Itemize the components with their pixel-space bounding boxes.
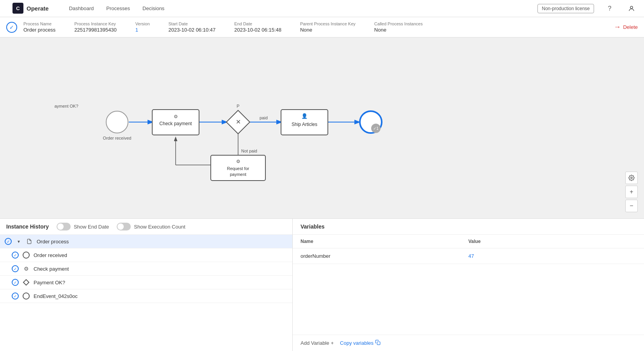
- copy-variables-button[interactable]: Copy variables: [340, 340, 381, 346]
- history-header: Instance History Show End Date Show Exec…: [0, 219, 292, 235]
- status-icon-check-payment: ✓: [12, 265, 19, 272]
- history-item-name-root: Order process: [37, 239, 69, 245]
- delete-arrow-icon: →: [614, 23, 621, 31]
- svg-text:paid: paid: [260, 115, 268, 120]
- svg-point-0: [630, 6, 633, 9]
- show-execution-count-toggle[interactable]: [117, 223, 131, 230]
- svg-text:Order received: Order received: [103, 136, 132, 140]
- variable-name-0: orderNumber: [301, 253, 468, 259]
- show-execution-count-label: Show Execution Count: [134, 224, 185, 230]
- svg-point-11: [106, 111, 128, 133]
- info-label-process-name: Process Name: [23, 21, 55, 26]
- zoom-controls: + −: [625, 172, 638, 212]
- history-item-order-received[interactable]: ✓ Order received: [0, 248, 292, 262]
- info-label-start-date: Start Date: [169, 21, 216, 26]
- svg-rect-30: [377, 342, 380, 345]
- history-list: ✓ ▼ Order process ✓ Order received: [0, 235, 292, 351]
- svg-text:👤: 👤: [301, 113, 308, 119]
- info-label-version: Version: [135, 21, 150, 26]
- info-process-name: Process Name Order process: [23, 21, 55, 33]
- process-info-bar: ✓ Process Name Order process Process Ins…: [0, 17, 644, 37]
- history-item-root[interactable]: ✓ ▼ Order process: [0, 235, 292, 248]
- info-value-called-instances: None: [374, 27, 423, 33]
- chevron-icon[interactable]: ▼: [16, 238, 22, 245]
- copy-variables-label: Copy variables: [340, 340, 374, 346]
- info-called-instances: Called Process Instances None: [374, 21, 423, 33]
- delete-label: Delete: [623, 24, 638, 30]
- circle-icon-order-received: [23, 252, 30, 259]
- info-end-date: End Date 2023-10-02 06:15:48: [234, 21, 281, 33]
- history-item-end-event[interactable]: ✓ EndEvent_042s0oc: [0, 289, 292, 303]
- add-icon: +: [331, 340, 334, 346]
- variable-row-0: orderNumber 47: [293, 248, 644, 264]
- variables-title: Variables: [301, 223, 325, 230]
- diamond-icon-payment-ok: [23, 279, 30, 286]
- history-panel: Instance History Show End Date Show Exec…: [0, 219, 293, 351]
- bottom-panel: Instance History Show End Date Show Exec…: [0, 218, 644, 351]
- zoom-in-button[interactable]: +: [625, 186, 638, 198]
- help-icon[interactable]: ?: [603, 2, 616, 15]
- history-item-name-payment-ok: Payment OK?: [34, 280, 65, 285]
- info-start-date: Start Date 2023-10-02 06:10:47: [169, 21, 216, 33]
- history-item-name-order-received: Order received: [34, 252, 67, 258]
- gear-icon-check-payment: ⚙: [23, 265, 30, 272]
- app-logo: C Operate: [6, 0, 55, 17]
- svg-text:Check payment: Check payment: [159, 121, 192, 126]
- status-icon-root: ✓: [5, 238, 12, 245]
- variable-value-0: 47: [468, 253, 636, 259]
- info-instance-key: Process Instance Key 225179981395430: [74, 21, 116, 33]
- logo-icon: C: [12, 3, 23, 14]
- user-icon[interactable]: [625, 2, 638, 15]
- delete-button[interactable]: → Delete: [614, 23, 638, 31]
- show-end-date-toggle[interactable]: [57, 223, 71, 230]
- top-nav: C Operate Dashboard Processes Decisions …: [0, 0, 644, 17]
- show-end-date-toggle-group: Show End Date: [57, 223, 109, 230]
- info-label-instance-key: Process Instance Key: [74, 21, 116, 26]
- info-version: Version 1: [135, 21, 150, 33]
- svg-point-29: [631, 177, 632, 179]
- info-label-end-date: End Date: [234, 21, 281, 26]
- variables-footer: Add Variable + Copy variables: [293, 335, 644, 351]
- variables-empty-space: [293, 285, 644, 335]
- variables-table-header: Name Value: [293, 235, 644, 248]
- add-variable-button[interactable]: Add Variable +: [301, 340, 334, 346]
- info-value-start-date: 2023-10-02 06:10:47: [169, 27, 216, 33]
- info-value-parent-key: None: [300, 27, 356, 33]
- circle-icon-end-event: [23, 292, 30, 300]
- history-item-check-payment[interactable]: ✓ ⚙ Check payment: [0, 262, 292, 276]
- nav-dashboard[interactable]: Dashboard: [64, 3, 99, 14]
- show-execution-count-toggle-group: Show Execution Count: [117, 223, 185, 230]
- svg-text:Ship Articles: Ship Articles: [292, 122, 317, 127]
- history-item-name-end-event: EndEvent_042s0oc: [34, 293, 78, 299]
- svg-text:Not paid: Not paid: [241, 149, 257, 153]
- status-icon-order-received: ✓: [12, 252, 19, 259]
- info-label-parent-key: Parent Process Instance Key: [300, 21, 356, 26]
- add-variable-label: Add Variable: [301, 340, 329, 346]
- diagram-area[interactable]: paid Not paid Order received: [0, 37, 644, 218]
- zoom-settings-button[interactable]: [625, 172, 638, 184]
- app-name: Operate: [27, 5, 49, 12]
- svg-text:⚙: ⚙: [236, 159, 240, 164]
- doc-icon: [26, 238, 33, 245]
- history-item-payment-ok[interactable]: ✓ Payment OK?: [0, 276, 292, 289]
- variables-col-value: Value: [468, 239, 636, 244]
- nav-decisions[interactable]: Decisions: [138, 3, 169, 14]
- history-title: Instance History: [6, 223, 49, 230]
- toggle-knob: [57, 223, 64, 230]
- info-value-version[interactable]: 1: [135, 27, 150, 33]
- nav-items: Dashboard Processes Decisions: [64, 3, 169, 14]
- svg-text:payment: payment: [230, 172, 246, 177]
- svg-text:✓1: ✓1: [373, 126, 379, 131]
- variables-panel: Variables Name Value orderNumber 47 Add …: [293, 219, 644, 351]
- toggle-knob-2: [117, 223, 124, 230]
- nav-processes[interactable]: Processes: [101, 3, 135, 14]
- svg-text:✕: ✕: [236, 119, 241, 125]
- variables-header: Variables: [293, 219, 644, 235]
- zoom-out-button[interactable]: −: [625, 200, 638, 212]
- info-parent-key: Parent Process Instance Key None: [300, 21, 356, 33]
- main-content: paid Not paid Order received: [0, 37, 644, 351]
- history-item-name-check-payment: Check payment: [34, 266, 69, 272]
- show-end-date-label: Show End Date: [74, 224, 109, 230]
- info-value-instance-key: 225179981395430: [74, 27, 116, 33]
- info-label-called-instances: Called Process Instances: [374, 21, 423, 26]
